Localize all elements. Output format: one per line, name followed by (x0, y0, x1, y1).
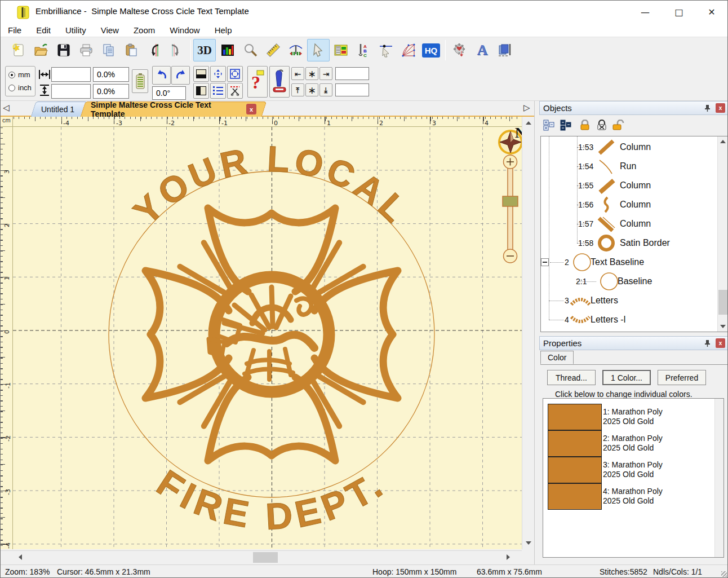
open-button[interactable] (30, 39, 52, 61)
one-color-button[interactable]: 1 Color... (602, 370, 651, 385)
lock-button[interactable] (578, 118, 592, 133)
menu-file[interactable]: File (1, 24, 29, 36)
object-item-text-baseline[interactable]: 2 Text Baseline (541, 253, 716, 272)
objects-close-icon[interactable]: x (716, 103, 725, 113)
trim-button[interactable] (227, 83, 243, 99)
properties-close-icon[interactable]: x (716, 338, 725, 348)
save-button[interactable] (52, 39, 75, 61)
lettering-button[interactable]: A B C (352, 39, 375, 61)
unlock-button[interactable] (611, 118, 626, 133)
scroll-up-icon[interactable] (720, 140, 726, 143)
copy-button[interactable] (97, 39, 120, 61)
height-input[interactable] (51, 84, 91, 99)
scroll-down-icon[interactable] (526, 541, 531, 545)
print-button[interactable] (75, 39, 97, 61)
align-top-button[interactable]: ⇤ (291, 83, 304, 96)
color-row-3[interactable]: 3: Marathon Poly 2025 Old Gold (543, 457, 712, 483)
object-item-column-3[interactable]: 1:56 Column (541, 195, 716, 214)
scrollbar-thumb[interactable] (718, 290, 727, 315)
canvas-horizontal-scrollbar[interactable] (1, 550, 522, 563)
object-item-column-4[interactable]: 1:57 Column (541, 214, 716, 233)
object-item-column-1[interactable]: 1:53 Column (541, 138, 716, 157)
paste-button[interactable] (120, 39, 143, 61)
center-design-button[interactable] (210, 66, 226, 82)
thread-button[interactable]: Thread... (547, 370, 596, 385)
menu-utility[interactable]: Utility (58, 24, 94, 36)
canvas-vertical-scrollbar[interactable] (522, 117, 534, 549)
embroidery-design[interactable]: YOUR LOCAL FIRE DEPT. N (13, 127, 522, 549)
undo-button[interactable] (143, 39, 165, 61)
scroll-right-icon[interactable] (507, 554, 510, 560)
zoom-slider-handle[interactable] (503, 196, 518, 206)
batch-convert-button[interactable] (494, 39, 516, 61)
unit-mm-radio[interactable]: mm (8, 70, 30, 79)
object-item-column-2[interactable]: 1:55 Column (541, 176, 716, 195)
pin-icon[interactable] (704, 339, 711, 347)
new-button[interactable] (7, 39, 30, 61)
height-percent-input[interactable] (93, 84, 129, 99)
menu-zoom[interactable]: Zoom (126, 24, 162, 36)
zoom-tool-button[interactable] (239, 39, 262, 61)
cleanup-button[interactable] (269, 66, 290, 98)
object-properties-button[interactable] (330, 39, 352, 61)
close-button[interactable]: ✕ (696, 1, 727, 23)
hq-view-button[interactable]: HQ (420, 39, 442, 61)
tab-scroll-left-icon[interactable]: ◁ (3, 103, 10, 113)
background-toggle-button[interactable] (193, 66, 209, 82)
expand-all-button[interactable] (541, 118, 556, 133)
minimize-button[interactable]: — (629, 1, 661, 23)
width-input[interactable] (51, 67, 91, 82)
color-view-button[interactable] (216, 39, 239, 61)
tab-color[interactable]: Color (540, 351, 574, 364)
align-center-v-button[interactable]: ∗ (305, 83, 318, 96)
tab-untitled[interactable]: Untitled 1 (33, 102, 85, 117)
scroll-down-icon[interactable] (720, 325, 726, 328)
menu-edit[interactable]: Edit (29, 24, 58, 36)
color-swatch[interactable] (548, 404, 602, 430)
zoom-slider-track[interactable] (508, 160, 513, 259)
view-3d-button[interactable]: 3D (193, 39, 216, 61)
color-list-scrollbar[interactable] (714, 399, 723, 557)
rotation-input[interactable] (152, 86, 186, 100)
collapse-all-button[interactable] (558, 118, 573, 133)
align-right-button[interactable]: ⇥ (319, 67, 332, 80)
bottom-arc-text[interactable]: FIRE DEPT. (150, 462, 393, 537)
contrast-toggle-button[interactable] (193, 83, 209, 99)
collapse-node-icon[interactable] (541, 258, 549, 266)
color-row-4[interactable]: 4: Marathon Poly 2025 Old Gold (543, 483, 712, 510)
color-swatch[interactable] (548, 483, 602, 510)
preferred-button[interactable]: Preferred (658, 370, 706, 385)
stitch-generate-button[interactable] (449, 39, 471, 61)
density-battery-button[interactable] (132, 69, 148, 93)
fit-hoop-button[interactable] (227, 66, 243, 82)
stitch-list-button[interactable] (210, 83, 226, 99)
select-tool-button[interactable] (307, 39, 330, 61)
color-swatch[interactable] (548, 457, 602, 483)
tab-maltese-template[interactable]: Simple Maltese Cross Cicle Text Template… (83, 102, 264, 117)
align-center-h-button[interactable]: ∗ (305, 67, 318, 80)
canvas-zoom-slider[interactable] (503, 155, 518, 263)
width-percent-input[interactable] (93, 67, 129, 82)
design-canvas[interactable]: YOUR LOCAL FIRE DEPT. N (13, 127, 522, 549)
object-item-run[interactable]: 1:54 Run (541, 157, 716, 176)
align-left-button[interactable]: ⇤ (291, 67, 304, 80)
resize-grip[interactable] (721, 571, 727, 577)
measure-button[interactable] (262, 39, 285, 61)
align-bottom-button[interactable]: ⇥ (319, 83, 332, 96)
maximize-button[interactable]: □ (663, 1, 695, 23)
scroll-up-icon[interactable] (526, 121, 531, 125)
redo-button[interactable] (165, 39, 188, 61)
align-h-input[interactable] (335, 67, 369, 80)
menu-view[interactable]: View (94, 24, 126, 36)
object-item-satin-border[interactable]: 1:58 Satin Border (541, 233, 716, 253)
rotate-left-button[interactable] (152, 66, 171, 85)
stitch-segments-button[interactable] (397, 39, 420, 61)
object-item-baseline[interactable]: 2:1 Baseline (541, 272, 716, 291)
menu-window[interactable]: Window (162, 24, 207, 36)
unit-inch-radio[interactable]: inch (8, 83, 32, 92)
stitch-density-button[interactable] (285, 39, 307, 61)
font-button[interactable]: A (471, 39, 494, 61)
tab-scroll-right-icon[interactable]: ▷ (523, 103, 530, 113)
whats-this-button[interactable]: ? (247, 66, 268, 98)
lock-none-button[interactable] (594, 118, 609, 133)
